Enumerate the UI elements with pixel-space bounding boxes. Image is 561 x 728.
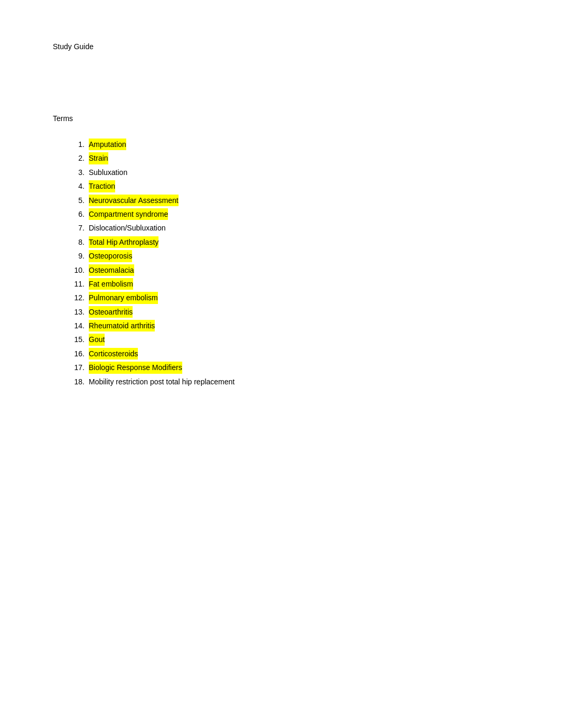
item-number: 11. xyxy=(69,278,85,290)
item-number: 9. xyxy=(69,250,85,262)
item-number: 16. xyxy=(69,348,85,360)
item-text: Corticosteroids xyxy=(89,348,138,360)
section-label: Terms xyxy=(53,114,508,123)
item-number: 1. xyxy=(69,139,85,150)
item-number: 6. xyxy=(69,208,85,220)
item-number: 5. xyxy=(69,195,85,206)
page-title: Study Guide xyxy=(53,42,508,51)
list-item: 17.Biologic Response Modifiers xyxy=(69,362,508,373)
item-number: 18. xyxy=(69,376,85,388)
item-text: Rheumatoid arthritis xyxy=(89,320,155,331)
item-text: Mobility restriction post total hip repl… xyxy=(89,376,235,388)
item-number: 2. xyxy=(69,152,85,164)
list-item: 14.Rheumatoid arthritis xyxy=(69,320,508,331)
list-item: 16.Corticosteroids xyxy=(69,348,508,360)
item-text: Neurovascular Assessment xyxy=(89,195,179,206)
item-number: 4. xyxy=(69,180,85,192)
item-text: Subluxation xyxy=(89,167,127,178)
list-item: 11.Fat embolism xyxy=(69,278,508,290)
terms-list: 1.Amputation2.Strain3.Subluxation4.Tract… xyxy=(53,139,508,388)
item-number: 13. xyxy=(69,306,85,318)
item-text: Osteoarthritis xyxy=(89,306,133,318)
list-item: 9.Osteoporosis xyxy=(69,250,508,262)
item-text: Strain xyxy=(89,152,108,164)
item-number: 7. xyxy=(69,222,85,234)
list-item: 12.Pulmonary embolism xyxy=(69,292,508,303)
list-item: 2.Strain xyxy=(69,152,508,164)
list-item: 8.Total Hip Arthroplasty xyxy=(69,236,508,248)
list-item: 3.Subluxation xyxy=(69,167,508,178)
list-item: 4.Traction xyxy=(69,180,508,192)
item-number: 10. xyxy=(69,264,85,276)
item-number: 3. xyxy=(69,167,85,178)
item-text: Biologic Response Modifiers xyxy=(89,362,182,373)
list-item: 6.Compartment syndrome xyxy=(69,208,508,220)
item-text: Traction xyxy=(89,180,115,192)
item-number: 15. xyxy=(69,334,85,345)
list-item: 15.Gout xyxy=(69,334,508,345)
item-text: Osteomalacia xyxy=(89,264,134,276)
item-number: 17. xyxy=(69,362,85,373)
item-text: Pulmonary embolism xyxy=(89,292,158,303)
item-text: Total Hip Arthroplasty xyxy=(89,236,158,248)
list-item: 1.Amputation xyxy=(69,139,508,150)
list-item: 5.Neurovascular Assessment xyxy=(69,195,508,206)
list-item: 10.Osteomalacia xyxy=(69,264,508,276)
item-text: Osteoporosis xyxy=(89,250,132,262)
item-number: 8. xyxy=(69,236,85,248)
list-item: 13.Osteoarthritis xyxy=(69,306,508,318)
list-item: 7.Dislocation/Subluxation xyxy=(69,222,508,234)
item-number: 14. xyxy=(69,320,85,331)
item-text: Amputation xyxy=(89,139,126,150)
list-item: 18.Mobility restriction post total hip r… xyxy=(69,376,508,388)
item-text: Dislocation/Subluxation xyxy=(89,222,166,234)
item-text: Gout xyxy=(89,334,105,345)
item-text: Compartment syndrome xyxy=(89,208,168,220)
item-number: 12. xyxy=(69,292,85,303)
item-text: Fat embolism xyxy=(89,278,133,290)
